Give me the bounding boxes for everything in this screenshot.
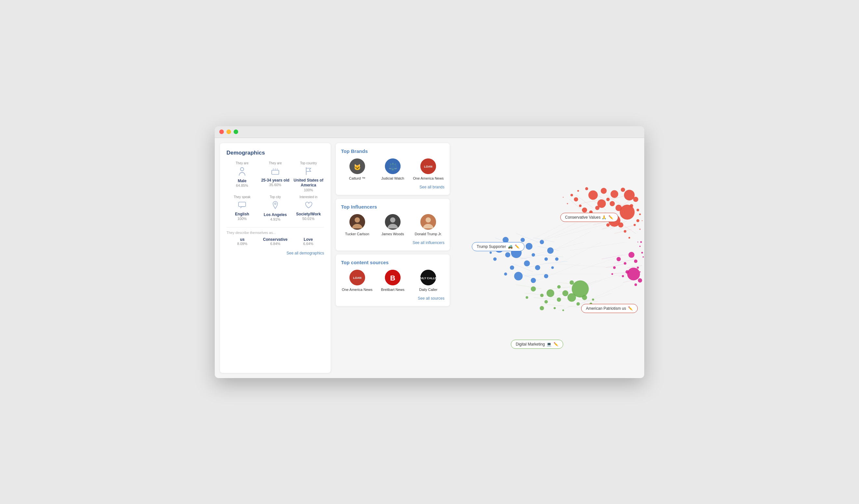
digital-emoji: 💻 bbox=[547, 342, 552, 347]
see-all-brands-link[interactable]: See all brands bbox=[419, 185, 444, 189]
digital-edit-icon[interactable]: ✏️ bbox=[554, 342, 558, 347]
source-name-1: Breitbart News bbox=[381, 287, 404, 292]
network-graph-panel: Trump Supporter 🚜 ✏️ Conservative Values… bbox=[452, 138, 644, 378]
demo-gender-pct: 64.85% bbox=[236, 184, 248, 187]
source-name-0: One America News bbox=[342, 287, 373, 292]
svg-point-175 bbox=[634, 284, 637, 286]
svg-point-115 bbox=[585, 187, 588, 190]
demo-gender: They are Male 64.85% bbox=[226, 162, 258, 192]
demo-gender-label: They are bbox=[236, 162, 248, 165]
demo-country: Top country United States of America 100… bbox=[293, 162, 324, 192]
svg-point-143 bbox=[544, 274, 548, 278]
svg-line-55 bbox=[542, 255, 563, 257]
brands-title: Top Brands bbox=[341, 148, 444, 154]
svg-point-133 bbox=[524, 260, 530, 266]
svg-point-111 bbox=[579, 204, 582, 207]
svg-point-139 bbox=[540, 240, 544, 244]
close-button[interactable] bbox=[219, 129, 224, 134]
top-brands-card: Top Brands 🐱 Catturd ™ ⚖️ Judicial Watch bbox=[336, 143, 450, 195]
describe-label: They describe themselves as... bbox=[226, 231, 324, 234]
describe-item-1: Conservative 6.84% bbox=[259, 237, 291, 246]
svg-point-97 bbox=[633, 197, 638, 202]
brand-name-0: Catturd ™ bbox=[349, 176, 365, 181]
svg-point-161 bbox=[526, 296, 528, 299]
svg-point-113 bbox=[570, 194, 573, 196]
conservative-edit-icon[interactable]: ✏️ bbox=[608, 215, 613, 219]
demo-country-pct: 100% bbox=[304, 188, 313, 192]
cluster-trump-label: Trump Supporter 🚜 ✏️ bbox=[472, 242, 525, 251]
source-item-2: DAILY CALLER Daily Caller bbox=[412, 270, 444, 292]
person-icon bbox=[239, 167, 246, 177]
describe-value-1: Conservative bbox=[259, 237, 291, 242]
svg-point-94 bbox=[611, 190, 618, 198]
svg-point-178 bbox=[613, 266, 616, 269]
heart-icon bbox=[304, 201, 313, 211]
svg-point-100 bbox=[639, 213, 641, 215]
svg-point-147 bbox=[531, 286, 536, 292]
influencers-see-all-row: See all influencers bbox=[341, 240, 444, 245]
svg-point-14 bbox=[390, 217, 395, 223]
svg-point-170 bbox=[634, 259, 637, 263]
maximize-button[interactable] bbox=[233, 129, 238, 134]
demo-language-label: They speak bbox=[233, 195, 251, 199]
describe-pct-1: 6.84% bbox=[259, 242, 291, 246]
svg-point-144 bbox=[531, 277, 536, 283]
svg-point-179 bbox=[612, 273, 613, 275]
influencer-avatar-james bbox=[385, 214, 401, 230]
svg-rect-3 bbox=[239, 202, 246, 207]
svg-point-106 bbox=[606, 198, 609, 201]
svg-point-108 bbox=[595, 205, 599, 210]
demo-language: They speak English 100% bbox=[226, 195, 258, 222]
svg-point-153 bbox=[576, 302, 580, 305]
svg-point-110 bbox=[582, 207, 587, 212]
demo-city-label: Top city bbox=[270, 195, 281, 199]
demo-interests-label: Interested in bbox=[299, 195, 317, 199]
american-edit-icon[interactable]: ✏️ bbox=[628, 306, 633, 311]
svg-point-168 bbox=[624, 262, 627, 264]
brands-grid: 🐱 Catturd ™ ⚖️ Judicial Watch LOAN bbox=[341, 158, 444, 181]
see-all-demographics-link[interactable]: See all demographics bbox=[226, 251, 324, 256]
trump-edit-icon[interactable]: ✏️ bbox=[515, 244, 519, 249]
svg-point-184 bbox=[637, 241, 638, 242]
svg-point-16 bbox=[426, 217, 431, 223]
svg-point-164 bbox=[592, 299, 594, 301]
svg-point-4 bbox=[275, 203, 276, 204]
demo-gender-value: Male bbox=[238, 179, 247, 184]
brand-avatar-oan: LOAN bbox=[420, 158, 436, 174]
source-avatar-breitbart: B bbox=[385, 270, 401, 285]
describe-value-0: us bbox=[226, 237, 258, 242]
svg-point-156 bbox=[572, 280, 589, 297]
influencer-name-1: James Woods bbox=[381, 232, 404, 236]
describe-pct-2: 6.64% bbox=[292, 242, 324, 246]
source-item-1: B Breitbart News bbox=[376, 270, 409, 292]
sources-see-all-row: See all sources bbox=[341, 295, 444, 301]
location-icon bbox=[272, 201, 279, 211]
brand-avatar-judicial: ⚖️ bbox=[385, 158, 401, 174]
influencers-title: Top Influencers bbox=[341, 204, 444, 210]
demo-city: Top city Los Angeles 4.91% bbox=[260, 195, 291, 222]
see-all-sources-link[interactable]: See all sources bbox=[418, 296, 444, 301]
svg-text:🐱: 🐱 bbox=[354, 163, 361, 170]
minimize-button[interactable] bbox=[226, 129, 231, 134]
describe-item-0: us 8.09% bbox=[226, 237, 258, 246]
brand-avatar-catturd: 🐱 bbox=[349, 158, 365, 174]
svg-point-166 bbox=[540, 306, 544, 310]
svg-line-65 bbox=[551, 287, 572, 289]
cluster-american-label: American Patriotism us ✏️ bbox=[581, 304, 638, 313]
svg-point-92 bbox=[588, 190, 598, 200]
svg-point-150 bbox=[557, 297, 561, 302]
svg-point-130 bbox=[521, 238, 525, 242]
conservative-label-text: Conservative Values 🙏 bbox=[565, 215, 607, 219]
svg-point-183 bbox=[639, 245, 641, 247]
sources-title: Top content sources bbox=[341, 260, 444, 265]
svg-line-57 bbox=[516, 285, 542, 289]
svg-line-47 bbox=[516, 233, 538, 242]
svg-point-149 bbox=[547, 289, 555, 297]
svg-point-151 bbox=[562, 290, 568, 296]
influencer-item-0: Tucker Carlson bbox=[341, 214, 373, 236]
svg-line-52 bbox=[525, 274, 546, 276]
see-all-influencers-link[interactable]: See all influencers bbox=[412, 241, 444, 245]
svg-line-59 bbox=[533, 297, 555, 300]
demo-country-label: Top country bbox=[300, 162, 317, 165]
source-avatar-oan: LOAN bbox=[349, 270, 365, 285]
